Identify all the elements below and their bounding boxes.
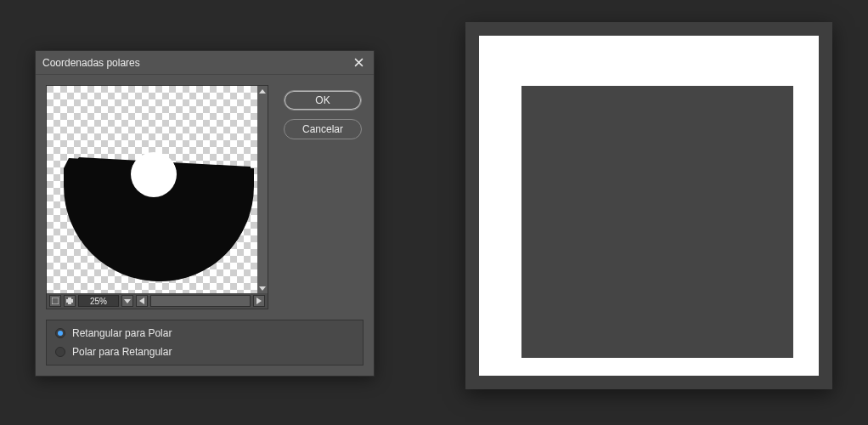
dialog-buttons: OK Cancelar (284, 85, 362, 309)
preview-horizontal-scrollbar[interactable] (150, 295, 251, 307)
radio-icon (55, 328, 65, 338)
canvas-background[interactable] (479, 36, 819, 376)
zoom-in-button[interactable] (64, 295, 76, 307)
scroll-down-icon[interactable] (258, 284, 267, 292)
scroll-left-button[interactable] (136, 295, 148, 307)
close-icon[interactable] (350, 54, 367, 71)
option-label: Polar para Retangular (72, 346, 172, 358)
preview-vertical-scrollbar[interactable] (257, 86, 268, 293)
option-label: Retangular para Polar (72, 327, 172, 339)
preview-shape-overlay (47, 86, 257, 293)
polar-coordinates-dialog: Coordenadas polares (35, 50, 375, 377)
radio-icon (55, 347, 65, 357)
chevron-down-icon (124, 299, 131, 303)
preview-canvas[interactable] (47, 86, 257, 293)
canvas-layer-rect[interactable] (521, 86, 793, 358)
options-panel: Retangular para Polar Polar para Retangu… (46, 320, 364, 366)
arrow-right-icon (256, 298, 262, 304)
option-rect-to-polar[interactable]: Retangular para Polar (55, 327, 354, 339)
zoom-dropdown[interactable] (121, 295, 133, 307)
scroll-up-icon[interactable] (258, 87, 267, 95)
preview-panel: 25% (46, 85, 268, 309)
dialog-title: Coordenadas polares (42, 57, 350, 69)
scroll-right-button[interactable] (253, 295, 265, 307)
svg-rect-3 (52, 298, 59, 304)
option-polar-to-rect[interactable]: Polar para Retangular (55, 346, 354, 358)
preview-controls: 25% (47, 293, 268, 309)
scroll-track[interactable] (258, 95, 267, 284)
arrow-left-icon (139, 298, 144, 304)
zoom-level[interactable]: 25% (78, 295, 119, 307)
dialog-body: 25% OK Cancelar (36, 75, 374, 320)
svg-rect-5 (66, 299, 73, 303)
ok-button[interactable]: OK (284, 90, 362, 110)
titlebar[interactable]: Coordenadas polares (36, 51, 374, 75)
secondary-canvas-window (465, 22, 832, 389)
zoom-out-button[interactable] (49, 295, 61, 307)
cancel-button[interactable]: Cancelar (284, 119, 362, 139)
